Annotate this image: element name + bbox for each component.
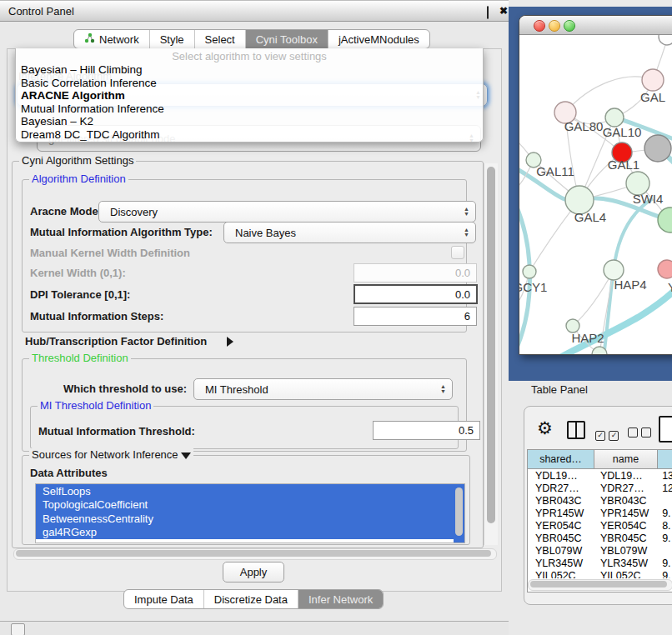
node-pink[interactable] bbox=[658, 260, 672, 278]
algorithm-option-selected[interactable]: ARACNE Algorithm bbox=[16, 89, 483, 102]
tab-cyni-toolbox[interactable]: Cyni Toolbox bbox=[245, 30, 328, 48]
node-swi4[interactable] bbox=[658, 208, 672, 232]
list-item-selected[interactable]: TopologicalCoefficient bbox=[36, 498, 464, 512]
svg-text:HAP2: HAP2 bbox=[571, 331, 604, 345]
aracne-mode-label: Aracne Mode: bbox=[30, 205, 102, 218]
aracne-mode-combo[interactable]: Discovery ▲▼ bbox=[98, 201, 476, 222]
node-gal2[interactable] bbox=[642, 69, 664, 91]
tab-impute-data[interactable]: Impute Data bbox=[124, 590, 203, 608]
column-header-shared-name[interactable]: shared… bbox=[528, 450, 594, 469]
which-threshold-value: MI Threshold bbox=[205, 383, 268, 396]
scrollbar-thumb[interactable] bbox=[487, 167, 495, 523]
tab-label: Network bbox=[99, 33, 139, 46]
tab-label: Style bbox=[160, 33, 184, 46]
data-attributes-label: Data Attributes bbox=[30, 467, 108, 479]
svg-text:GAL: GAL bbox=[640, 90, 665, 104]
manual-kernel-width-checkbox[interactable] bbox=[451, 246, 464, 259]
tab-network[interactable]: Network bbox=[74, 30, 149, 48]
control-panel-title: Control Panel bbox=[0, 5, 74, 18]
mi-steps-label: Mutual Information Steps: bbox=[30, 310, 163, 322]
table-row[interactable]: YLR345WYLR345W9. bbox=[528, 557, 672, 569]
mi-threshold-value: 0.5 bbox=[459, 424, 474, 437]
kernel-width-value: 0.0 bbox=[455, 267, 470, 279]
tab-style[interactable]: Style bbox=[149, 30, 194, 48]
table-row[interactable]: YPR145WYPR145W9. bbox=[528, 507, 672, 519]
table-row[interactable]: YER054CYER054C8. bbox=[528, 519, 672, 532]
float-window-icon[interactable] bbox=[487, 7, 489, 18]
scrollbar-thumb[interactable] bbox=[455, 488, 463, 536]
panel-corner-icon[interactable] bbox=[11, 623, 25, 635]
tab-discretize-data[interactable]: Discretize Data bbox=[203, 590, 298, 608]
gear-icon[interactable]: ⚙ bbox=[537, 418, 553, 438]
scrollbar-thumb[interactable] bbox=[530, 581, 667, 588]
mi-algorithm-type-combo[interactable]: Naive Bayes ▲▼ bbox=[223, 222, 476, 243]
data-attributes-list: SelfLoops TopologicalCoefficient Between… bbox=[35, 483, 465, 543]
column-header-clipped[interactable] bbox=[658, 450, 672, 469]
svg-text:GAL4: GAL4 bbox=[574, 210, 606, 224]
algorithm-option[interactable]: Bayesian – K2 bbox=[16, 115, 483, 128]
table-row[interactable]: YIL052CYIL052C9. bbox=[528, 569, 672, 578]
table-row[interactable]: YBR045CYBR045C9. bbox=[528, 532, 672, 544]
which-threshold-combo[interactable]: MI Threshold ▲▼ bbox=[193, 378, 453, 400]
threshold-definition-title: Threshold Definition bbox=[29, 352, 131, 364]
hub-definition-label: Hub/Transcription Factor Definition bbox=[25, 335, 207, 348]
mac-minimize-button[interactable] bbox=[549, 20, 560, 32]
apply-button[interactable]: Apply bbox=[223, 562, 284, 582]
list-item-selected[interactable]: gal4RGexp bbox=[36, 526, 464, 540]
table-row[interactable]: YDL19…YDL19…13 bbox=[528, 469, 672, 482]
algorithm-option[interactable]: Bayesian – Hill Climbing bbox=[16, 63, 483, 77]
mi-steps-field[interactable]: 6 bbox=[354, 307, 477, 326]
algorithm-option[interactable]: Basic Correlation Inference bbox=[16, 77, 483, 90]
kernel-width-field[interactable]: 0.0 bbox=[354, 263, 477, 282]
mi-threshold-definition-title: MI Threshold Definition bbox=[38, 399, 153, 412]
sources-collapse-arrow-icon[interactable] bbox=[181, 452, 191, 459]
table-panel-title: Table Panel bbox=[531, 383, 588, 396]
tab-label: Infer Network bbox=[308, 593, 373, 606]
hub-expand-arrow-icon[interactable] bbox=[227, 335, 233, 350]
dpi-tolerance-label: DPI Tolerance [0,1]: bbox=[30, 288, 130, 301]
settings-vertical-scrollbar[interactable] bbox=[484, 163, 498, 545]
table-horizontal-scrollbar[interactable] bbox=[528, 579, 672, 591]
list-item-selected[interactable]: SelfLoops bbox=[36, 484, 464, 498]
tab-infer-network[interactable]: Infer Network bbox=[298, 590, 383, 608]
list-vertical-scrollbar[interactable] bbox=[454, 484, 464, 542]
node-unlabeled[interactable] bbox=[659, 35, 672, 45]
file-icon[interactable] bbox=[659, 416, 672, 442]
dpi-tolerance-field[interactable]: 0.0 bbox=[354, 284, 478, 304]
scrollbar-thumb[interactable] bbox=[16, 550, 491, 557]
settings-group-title: Cyni Algorithm Settings bbox=[19, 154, 136, 167]
table-row[interactable]: YBL079WYBL079W bbox=[528, 544, 672, 557]
screen: Control Panel ✖ Network Style Select Cyn… bbox=[0, 0, 672, 635]
mac-close-button[interactable] bbox=[534, 20, 545, 32]
checked-checkboxes-icon[interactable]: ✓ ✓ bbox=[595, 426, 619, 441]
tab-jactivemnodules[interactable]: jActiveMNodules bbox=[328, 30, 429, 48]
table-row[interactable]: YDR27…YDR27…12 bbox=[528, 482, 672, 494]
svg-text:GAL1: GAL1 bbox=[608, 158, 639, 172]
node-gray[interactable] bbox=[644, 135, 671, 162]
node-table: shared… name YDL19…YDL19…13 YDR27…YDR27…… bbox=[527, 449, 672, 592]
combo-stepper-icon: ▲▼ bbox=[464, 207, 469, 217]
tab-label: jActiveMNodules bbox=[339, 33, 419, 46]
tab-label: Cyni Toolbox bbox=[256, 33, 318, 46]
svg-text:HAP4: HAP4 bbox=[614, 278, 646, 292]
node-gal10[interactable] bbox=[605, 108, 624, 127]
network-canvas[interactable]: GAL GAL80 GAL10 GAL1 GAL11 SWI4 GAL4 GCY… bbox=[519, 35, 672, 354]
svg-text:GAL11: GAL11 bbox=[536, 164, 574, 178]
algorithm-popup-placeholder: Select algorithm to view settings bbox=[16, 48, 483, 63]
mi-threshold-field[interactable]: 0.5 bbox=[373, 421, 480, 440]
settings-horizontal-scrollbar[interactable] bbox=[13, 548, 497, 560]
algorithm-option[interactable]: Mutual Information Inference bbox=[16, 102, 483, 116]
kernel-width-label: Kernel Width (0,1): bbox=[30, 267, 126, 279]
unchecked-checkboxes-icon[interactable] bbox=[628, 426, 651, 441]
table-row[interactable]: YBR043CYBR043C bbox=[528, 494, 672, 507]
node-gcy1[interactable] bbox=[523, 265, 536, 278]
close-icon[interactable]: ✖ bbox=[499, 5, 508, 17]
column-header-name[interactable]: name bbox=[594, 450, 658, 469]
list-item-selected[interactable]: BetweennessCentrality bbox=[36, 512, 464, 526]
mac-zoom-button[interactable] bbox=[564, 20, 575, 32]
algorithm-option[interactable]: Dream8 DC_TDC Algorithm bbox=[16, 128, 483, 142]
columns-icon[interactable] bbox=[567, 421, 585, 439]
tab-select[interactable]: Select bbox=[194, 30, 245, 48]
which-threshold-label: Which threshold to use: bbox=[63, 382, 187, 395]
algorithm-dropdown-popup: Select algorithm to view settings Bayesi… bbox=[15, 48, 484, 142]
